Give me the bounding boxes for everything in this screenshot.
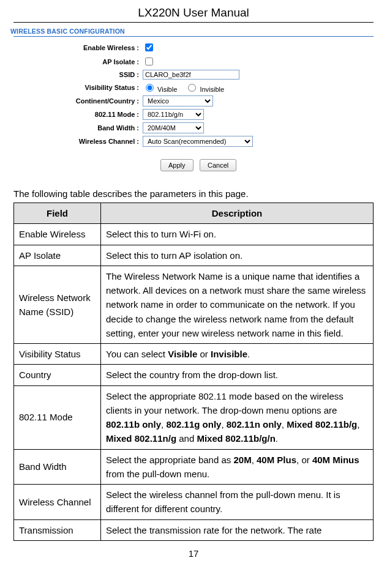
ssid-label: SSID : — [32, 71, 143, 78]
desc-cell: The Wireless Network Name is a unique na… — [101, 266, 374, 343]
field-cell: Wireless Channel — [14, 485, 101, 520]
table-row: AP Isolate Select this to turn AP isolat… — [14, 245, 374, 266]
intro-text: The following table describes the parame… — [13, 188, 374, 199]
th-field: Field — [14, 203, 101, 224]
visibility-invisible-text: Invisible — [200, 86, 224, 93]
field-cell: Visibility Status — [14, 344, 101, 365]
field-cell: Enable Wireless — [14, 224, 101, 245]
channel-label: Wireless Channel : — [32, 138, 143, 145]
section-heading: WIRELESS BASIC CONFIGURATION — [10, 28, 374, 35]
table-row: Wireless Network Name (SSID) The Wireles… — [14, 266, 374, 343]
table-row: Visibility Status You can select Visible… — [14, 344, 374, 365]
desc-cell: Select the transmission rate for the net… — [101, 519, 374, 540]
channel-select[interactable]: Auto Scan(recommended) — [143, 136, 253, 147]
mode-select[interactable]: 802.11b/g/n — [143, 109, 204, 120]
table-row: Wireless Channel Select the wireless cha… — [14, 485, 374, 520]
field-cell: Band Width — [14, 449, 101, 485]
mode-label: 802.11 Mode : — [32, 111, 143, 118]
table-row: 802.11 Mode Select the appropriate 802.1… — [14, 385, 374, 449]
field-cell: Country — [14, 365, 101, 385]
cancel-button[interactable]: Cancel — [200, 159, 236, 171]
visibility-invisible-radio[interactable] — [188, 84, 196, 92]
th-desc: Description — [101, 203, 374, 224]
field-cell: Transmission — [14, 519, 101, 540]
page-number: 17 — [13, 548, 374, 559]
desc-cell: Select the appropriate 802.11 mode based… — [101, 385, 374, 449]
enable-wireless-label: Enable Wireless : — [32, 44, 143, 51]
visibility-visible-text: Visible — [157, 86, 177, 93]
field-cell: Wireless Network Name (SSID) — [14, 266, 101, 343]
desc-cell: Select this to turn Wi-Fi on. — [101, 224, 374, 245]
ssid-input[interactable] — [143, 70, 239, 80]
table-row: Country Select the country from the drop… — [14, 365, 374, 385]
desc-cell: Select the wireless channel from the pul… — [101, 485, 374, 520]
desc-cell: Select this to turn AP isolation on. — [101, 245, 374, 266]
enable-wireless-checkbox[interactable] — [145, 43, 153, 51]
band-label: Band Width : — [32, 124, 143, 132]
table-row: Band Width Select the appropriate band a… — [14, 449, 374, 485]
field-cell: AP Isolate — [14, 245, 101, 266]
band-select[interactable]: 20M/40M — [143, 122, 204, 133]
config-panel: Enable Wireless : AP Isolate : SSID : Vi… — [32, 42, 355, 171]
desc-cell: Select the appropriate band as 20M, 40M … — [101, 449, 374, 485]
table-row: Enable Wireless Select this to turn Wi-F… — [14, 224, 374, 245]
apply-button[interactable]: Apply — [160, 159, 194, 171]
ap-isolate-label: AP Isolate : — [32, 58, 143, 65]
page-title: LX220N User Manual — [13, 6, 374, 23]
country-label: Continent/Country : — [32, 97, 143, 105]
desc-cell: Select the country from the drop-down li… — [101, 365, 374, 385]
section-underline — [13, 36, 374, 37]
visibility-label: Visibility Status : — [32, 84, 143, 91]
field-cell: 802.11 Mode — [14, 385, 101, 449]
table-row: Transmission Select the transmission rat… — [14, 519, 374, 540]
ap-isolate-checkbox[interactable] — [145, 58, 153, 65]
desc-cell: You can select Visible or Invisible. — [101, 344, 374, 365]
param-table: Field Description Enable Wireless Select… — [13, 203, 374, 541]
country-select[interactable]: Mexico — [143, 95, 213, 106]
visibility-visible-radio[interactable] — [146, 84, 154, 92]
